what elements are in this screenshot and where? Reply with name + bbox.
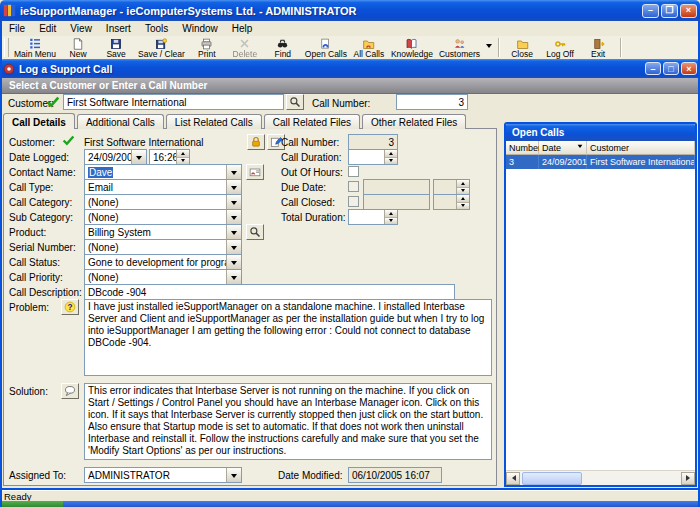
spin-up-icon[interactable] <box>385 210 397 218</box>
toolbar-log-off-button[interactable]: Log Off <box>541 36 579 59</box>
toolbar-find-button[interactable]: Find <box>264 36 302 59</box>
sub-category-combo[interactable]: (None) <box>84 209 242 225</box>
spin-up-icon[interactable] <box>177 150 189 158</box>
dropdown-arrow-icon[interactable] <box>226 468 241 482</box>
call-minimize-button[interactable]: – <box>645 62 661 75</box>
dropdown-arrow-icon[interactable] <box>226 165 241 179</box>
call-status-combo[interactable]: Gone to development for program modifica <box>84 254 242 270</box>
call-close-button[interactable]: × <box>681 62 697 75</box>
solution-note-button[interactable] <box>61 383 79 399</box>
due-spinner[interactable] <box>456 180 469 194</box>
menu-edit[interactable]: Edit <box>32 22 63 35</box>
customer-search-input[interactable] <box>63 94 284 110</box>
tab-additional-calls[interactable]: Additional Calls <box>77 114 164 129</box>
problem-textarea[interactable]: I have just installed ieSupportManager o… <box>84 299 492 376</box>
solution-label: Solution: <box>9 385 48 398</box>
customer-search-button[interactable] <box>286 94 304 110</box>
toolbar-customers-button[interactable]: Customers <box>436 36 483 59</box>
out-of-hours-checkbox[interactable] <box>348 166 359 177</box>
minimize-button[interactable]: – <box>642 4 659 18</box>
dropdown-arrow-icon[interactable] <box>226 210 241 224</box>
dropdown-arrow-icon[interactable] <box>226 255 241 269</box>
call-duration-spinner[interactable] <box>348 149 398 165</box>
call-number-search-input[interactable] <box>396 94 468 110</box>
open-call-row-selected[interactable]: 3 24/09/2001 First Software Internationa… <box>506 155 695 169</box>
lock-customer-button[interactable] <box>247 134 265 150</box>
call-closed-checkbox[interactable] <box>348 196 359 207</box>
solution-textarea[interactable]: This error indicates that Interbase Serv… <box>84 383 492 460</box>
menu-insert[interactable]: Insert <box>99 22 138 35</box>
duration-spinner[interactable] <box>384 150 397 164</box>
product-combo[interactable]: Billing System <box>84 224 242 240</box>
due-date-checkbox[interactable] <box>348 181 359 192</box>
tab-call-related-files[interactable]: Call Related Files <box>264 114 360 129</box>
dropdown-arrow-icon[interactable] <box>226 240 241 254</box>
toolbar-exit-button[interactable]: Exit <box>579 36 617 59</box>
dropdown-arrow-icon[interactable] <box>131 150 146 164</box>
toolbar-save-button[interactable]: Save <box>97 36 135 59</box>
toolbar-save-clear-button[interactable]: Save / Clear <box>135 36 188 59</box>
product-search-button[interactable] <box>246 224 264 240</box>
dropdown-arrow-icon[interactable] <box>226 270 241 284</box>
open-calls-hscrollbar[interactable] <box>506 470 695 485</box>
call-priority-combo[interactable]: (None) <box>84 269 242 285</box>
toolbar-drag-handle[interactable] <box>4 38 9 57</box>
toolbar-label: Print <box>198 50 215 59</box>
spin-up-icon[interactable] <box>457 180 469 188</box>
menu-help[interactable]: Help <box>225 22 260 35</box>
open-calls-titlebar[interactable]: Open Calls <box>506 124 695 141</box>
column-header-customer[interactable]: Customer <box>587 141 695 155</box>
menu-window[interactable]: Window <box>175 22 225 35</box>
customers-dropdown-arrow[interactable] <box>483 36 495 59</box>
call-closed-time-spinner[interactable] <box>433 194 470 210</box>
scroll-right-button[interactable] <box>681 472 695 485</box>
toolbar-print-button[interactable]: Print <box>188 36 226 59</box>
problem-help-button[interactable]: ? <box>61 299 79 315</box>
tab-other-related-files[interactable]: Other Related Files <box>362 114 466 129</box>
svg-text:?: ? <box>67 303 72 312</box>
time-spinner[interactable] <box>176 150 189 164</box>
spin-up-icon[interactable] <box>385 150 397 158</box>
date-logged-combo[interactable]: 24/09/2001 <box>84 149 147 165</box>
contact-name-combo[interactable]: Dave <box>84 164 242 180</box>
toolbar-new-button[interactable]: New <box>59 36 97 59</box>
scroll-thumb[interactable] <box>522 472 582 485</box>
toolbar-separator <box>498 38 500 57</box>
menu-tools[interactable]: Tools <box>138 22 175 35</box>
dropdown-arrow-icon[interactable] <box>226 225 241 239</box>
toolbar-close-button[interactable]: Close <box>503 36 541 59</box>
dropdown-arrow-icon[interactable] <box>226 195 241 209</box>
toolbar-main-menu-button[interactable]: Main Menu <box>11 36 59 59</box>
tab-call-details[interactable]: Call Details <box>3 113 75 129</box>
total-duration-spinner[interactable] <box>348 209 398 225</box>
toolbar-knowledge-button[interactable]: Knowledge <box>388 36 436 59</box>
column-header-date[interactable]: Date <box>539 141 587 155</box>
restore-button[interactable]: ❐ <box>661 4 678 18</box>
menu-file[interactable]: File <box>2 22 32 35</box>
toolbar-all-calls-button[interactable]: All Calls <box>350 36 388 59</box>
menu-view[interactable]: View <box>63 22 99 35</box>
tab-list-related-calls[interactable]: List Related Calls <box>166 114 262 129</box>
spin-up-icon[interactable] <box>457 195 469 203</box>
time-logged-spinner[interactable]: 16:26 <box>149 149 190 165</box>
column-header-number[interactable]: Number <box>506 141 539 155</box>
serial-number-combo[interactable]: (None) <box>84 239 242 255</box>
closed-spinner[interactable] <box>456 195 469 209</box>
call-description-input[interactable] <box>84 284 455 300</box>
call-category-combo[interactable]: (None) <box>84 194 242 210</box>
spin-down-icon[interactable] <box>385 158 397 165</box>
total-spinner[interactable] <box>384 210 397 224</box>
dropdown-arrow-icon[interactable] <box>226 180 241 194</box>
spin-down-icon[interactable] <box>457 203 469 210</box>
call-type-combo[interactable]: Email <box>84 179 242 195</box>
contact-details-button[interactable] <box>246 164 264 180</box>
close-button[interactable]: × <box>680 4 697 18</box>
call-maximize-button[interactable]: □ <box>663 62 679 75</box>
cell-number: 3 <box>506 155 539 169</box>
scroll-left-button[interactable] <box>506 472 520 485</box>
toolbar-open-calls-button[interactable]: Open Calls <box>302 36 350 59</box>
due-time-spinner[interactable] <box>433 179 470 195</box>
spin-down-icon[interactable] <box>385 218 397 225</box>
start-button-fragment[interactable] <box>0 501 63 507</box>
assigned-to-combo[interactable]: ADMINISTRATOR <box>84 467 242 483</box>
